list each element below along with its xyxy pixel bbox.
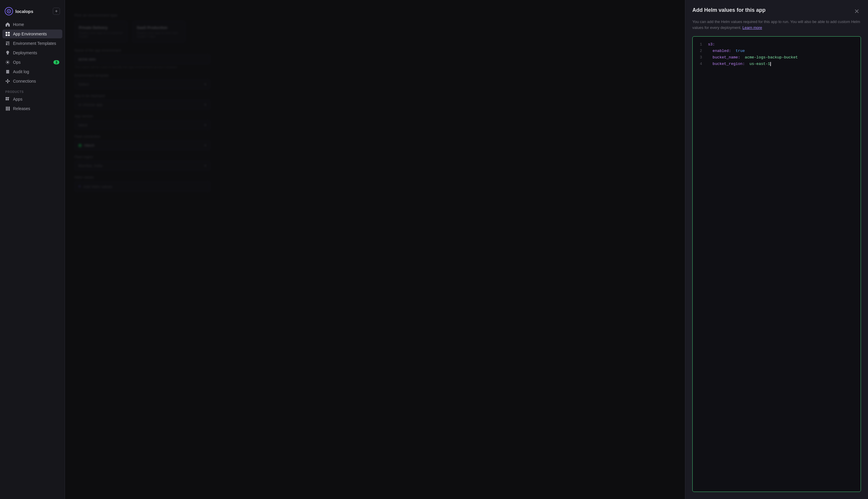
text-cursor — [770, 62, 771, 66]
ops-badge: 3 — [53, 60, 59, 64]
svg-rect-5 — [5, 34, 8, 36]
modal-header: Add Helm values for this app — [692, 7, 861, 15]
logo-container: localops + — [0, 5, 65, 20]
code-value-bucket-name: acme-logs-backup-bucket — [745, 55, 798, 60]
ops-icon — [5, 60, 10, 65]
line-content-4: bucket_region: us-east-1 — [708, 61, 856, 67]
svg-point-2 — [8, 11, 10, 12]
sidebar-label-ops: Ops — [13, 60, 21, 65]
svg-rect-16 — [9, 97, 10, 98]
sidebar-label-app-environments: App Environments — [13, 32, 47, 36]
rocket-icon — [5, 50, 10, 55]
modal-close-button[interactable] — [853, 7, 861, 15]
sidebar-item-audit-log[interactable]: Audit log — [2, 67, 62, 76]
code-line-1: 1 s3: — [697, 41, 856, 48]
line-content-3: bucket_name: acme-logs-backup-bucket — [708, 54, 856, 61]
svg-rect-13 — [8, 97, 9, 99]
add-button[interactable]: + — [53, 8, 60, 15]
line-content-2: enabled: true — [708, 48, 856, 54]
releases-icon — [5, 106, 10, 111]
modal-panel: Add Helm values for this app You can add… — [685, 0, 868, 499]
audit-icon — [5, 69, 10, 74]
svg-rect-6 — [8, 34, 10, 36]
line-number-2: 2 — [697, 48, 702, 54]
code-line-2: 2 enabled: true — [697, 48, 856, 54]
close-icon — [854, 9, 859, 14]
logo-icon — [5, 7, 13, 15]
sidebar-item-releases[interactable]: Releases — [2, 104, 62, 113]
svg-point-9 — [9, 81, 10, 82]
code-key-bucket-region: bucket_region: — [713, 62, 745, 66]
sidebar-label-env-templates: Environment Templates — [13, 41, 56, 46]
sidebar-label-deployments: Deployments — [13, 50, 37, 55]
code-key-enabled: enabled: — [713, 49, 731, 53]
template-icon — [5, 41, 10, 46]
code-line-3: 3 bucket_name: acme-logs-backup-bucket — [697, 54, 856, 61]
sidebar-item-apps[interactable]: Apps — [2, 95, 62, 104]
code-line-4: 4 bucket_region: us-east-1 — [697, 61, 856, 67]
svg-rect-17 — [6, 107, 7, 111]
sidebar-item-deployments[interactable]: Deployments — [2, 48, 62, 57]
learn-more-link[interactable]: Learn more — [743, 25, 762, 30]
code-key-s3: s3: — [708, 42, 715, 47]
svg-rect-19 — [9, 107, 10, 111]
line-number-4: 4 — [697, 61, 702, 67]
modal-title: Add Helm values for this app — [692, 7, 765, 13]
line-content-1: s3: — [708, 41, 856, 48]
products-section-label: PRODUCTS — [0, 86, 65, 95]
grid-icon — [5, 32, 10, 36]
svg-rect-4 — [8, 32, 10, 34]
svg-rect-18 — [8, 107, 8, 111]
sidebar-label-releases: Releases — [13, 106, 30, 111]
sidebar: localops + Home App Environments — [0, 0, 65, 499]
code-value-bucket-region: us-east-1 — [749, 62, 770, 66]
svg-point-7 — [7, 61, 9, 63]
sidebar-item-connections[interactable]: Connections — [2, 77, 62, 86]
svg-rect-15 — [8, 99, 9, 100]
sidebar-item-app-environments[interactable]: App Environments — [2, 29, 62, 38]
sidebar-label-connections: Connections — [13, 79, 36, 84]
svg-rect-12 — [5, 97, 7, 99]
home-icon — [5, 22, 10, 27]
svg-point-8 — [5, 81, 7, 82]
modal-description: You can add the Helm values required for… — [692, 19, 861, 31]
line-number-3: 3 — [697, 54, 702, 61]
products-nav: Apps Releases — [0, 95, 65, 113]
connections-icon — [5, 79, 10, 84]
svg-rect-3 — [5, 32, 8, 34]
svg-rect-14 — [5, 99, 7, 100]
code-editor[interactable]: 1 s3: 2 enabled: true 3 bucket_name: acm… — [692, 36, 861, 492]
sidebar-label-audit-log: Audit log — [13, 69, 29, 74]
code-value-enabled: true — [736, 49, 745, 53]
sidebar-label-apps: Apps — [13, 97, 22, 101]
line-number-1: 1 — [697, 41, 702, 48]
sidebar-label-home: Home — [13, 22, 24, 27]
sidebar-item-ops[interactable]: Ops 3 — [2, 58, 62, 67]
svg-point-11 — [7, 82, 8, 83]
svg-point-10 — [7, 79, 8, 80]
main-area: Pick an environment type Private Deliver… — [65, 0, 868, 499]
logo-text: localops — [15, 9, 33, 14]
sidebar-item-home[interactable]: Home — [2, 20, 62, 29]
main-nav: Home App Environments Environment Templ — [0, 20, 65, 86]
code-key-bucket-name: bucket_name: — [713, 55, 740, 60]
apps-icon — [5, 97, 10, 101]
sidebar-item-environment-templates[interactable]: Environment Templates — [2, 39, 62, 48]
